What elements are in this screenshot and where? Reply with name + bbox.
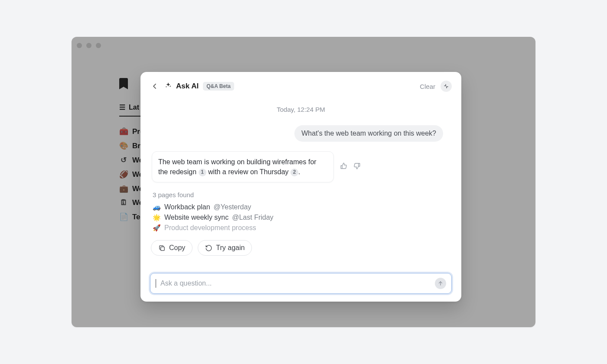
modal-header: Ask AI Q&A Beta Clear	[150, 81, 452, 92]
sources-count: 3 pages found	[153, 191, 449, 198]
send-button[interactable]	[435, 278, 446, 289]
ai-message: The web team is working on building wire…	[152, 151, 334, 182]
sources-section: 3 pages found 🚙Workback plan @Yesterday🌟…	[150, 191, 452, 233]
copy-icon	[158, 244, 166, 252]
citation-1[interactable]: 1	[199, 169, 206, 176]
chat-body: Today, 12:24 PM What's the web team work…	[150, 98, 452, 273]
citation-2[interactable]: 2	[290, 169, 298, 176]
action-row: Copy Try again	[150, 240, 452, 256]
question-input[interactable]	[160, 280, 431, 287]
clear-button[interactable]: Clear	[420, 83, 435, 90]
source-date: @Yesterday	[214, 203, 251, 211]
back-button[interactable]	[150, 81, 160, 91]
thumbs-up-icon[interactable]	[340, 162, 348, 172]
user-message-row: What's the web team working on this week…	[150, 125, 452, 142]
svg-rect-0	[161, 247, 165, 251]
try-again-button[interactable]: Try again	[198, 240, 252, 256]
beta-badge: Q&A Beta	[203, 82, 234, 91]
retry-icon	[205, 244, 212, 252]
copy-button[interactable]: Copy	[151, 240, 193, 256]
feedback-buttons	[340, 162, 361, 172]
source-item[interactable]: 🌟Website weekly sync @Last Friday	[153, 212, 449, 223]
chat-timestamp: Today, 12:24 PM	[150, 106, 452, 113]
source-emoji-icon: 🚙	[153, 203, 161, 211]
source-title: Workback plan	[164, 203, 210, 211]
source-emoji-icon: 🌟	[153, 214, 161, 221]
ask-ai-modal: Ask AI Q&A Beta Clear Today, 12:24 PM Wh…	[140, 72, 461, 302]
source-item[interactable]: 🚙Workback plan @Yesterday	[153, 202, 449, 212]
source-title: Product development process	[164, 224, 256, 232]
source-emoji-icon: 🚀	[153, 224, 161, 232]
thumbs-down-icon[interactable]	[353, 162, 361, 172]
source-date: @Last Friday	[232, 214, 273, 221]
source-title: Website weekly sync	[164, 214, 228, 221]
source-item[interactable]: 🚀Product development process	[153, 223, 449, 233]
user-message: What's the web team working on this week…	[294, 125, 443, 142]
ai-message-row: The web team is working on building wire…	[150, 151, 452, 182]
text-cursor	[156, 279, 156, 288]
collapse-button[interactable]	[441, 81, 452, 92]
sparkle-icon	[165, 82, 172, 91]
modal-title: Ask AI	[176, 82, 199, 91]
question-input-wrap[interactable]	[150, 273, 452, 294]
